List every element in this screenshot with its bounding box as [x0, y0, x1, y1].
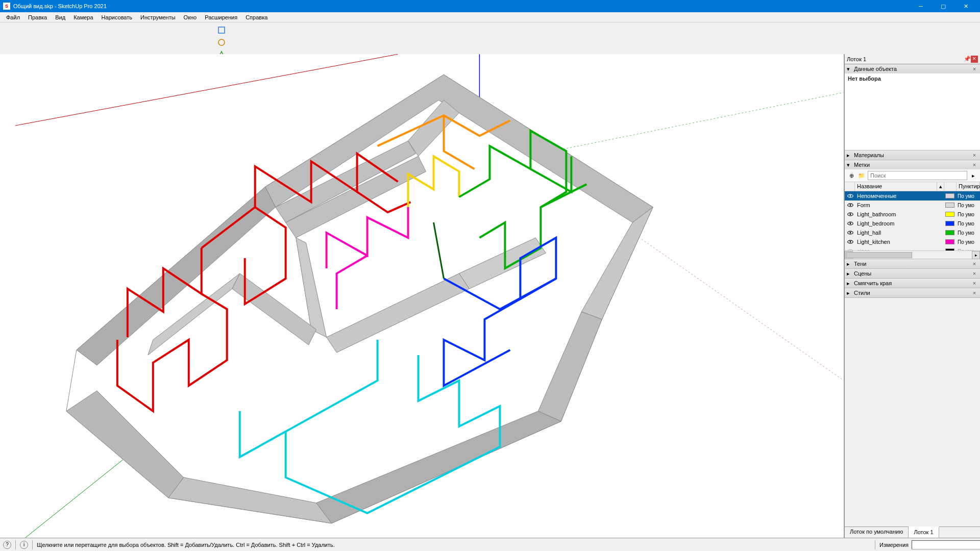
- tag-row[interactable]: Light_hall По умо: [845, 228, 980, 237]
- panel-materials[interactable]: ▸Материалы×: [845, 151, 980, 160]
- app-icon: S: [3, 3, 10, 10]
- menu-камера[interactable]: Камера: [69, 13, 97, 21]
- visibility-icon[interactable]: [847, 238, 854, 245]
- scroll-right-icon[interactable]: ▸: [972, 251, 980, 259]
- col-name[interactable]: Название: [855, 182, 937, 191]
- panel-close-icon[interactable]: ×: [971, 162, 978, 168]
- maximize-button[interactable]: ▢: [932, 0, 954, 12]
- tag-name: Light_bedroom: [857, 220, 942, 227]
- tag-color-swatch[interactable]: [945, 193, 954, 198]
- visibility-icon[interactable]: [847, 211, 854, 218]
- panel-title: Сцены: [854, 270, 969, 277]
- visibility-icon[interactable]: [847, 192, 854, 199]
- tag-menu-icon[interactable]: ▸: [969, 172, 977, 179]
- tag-pattern[interactable]: По умо: [958, 203, 978, 208]
- tag-tools: ⊕ 📁 ▸: [845, 169, 980, 182]
- menu-файл[interactable]: Файл: [2, 13, 24, 21]
- panel-close-icon[interactable]: ×: [971, 261, 978, 267]
- expand-icon: ▸: [847, 152, 852, 159]
- model-canvas[interactable]: [0, 54, 844, 538]
- panel-shadows[interactable]: ▸Тени×: [845, 259, 980, 269]
- svg-rect-0: [218, 27, 225, 33]
- tag-color-swatch[interactable]: [945, 230, 954, 235]
- tray-tab[interactable]: Лоток 1: [909, 527, 939, 538]
- menu-инструменты[interactable]: Инструменты: [136, 13, 180, 21]
- svg-point-1: [218, 39, 225, 45]
- tray-tab[interactable]: Лоток по умолчанию: [845, 527, 909, 538]
- tag-name: Light_bathroom: [857, 211, 942, 217]
- visibility-icon[interactable]: [847, 220, 854, 227]
- info-icon[interactable]: i: [20, 541, 28, 549]
- measurements-input[interactable]: [912, 540, 980, 549]
- panel-scenes[interactable]: ▸Сцены×: [845, 269, 980, 279]
- panel-title: Тени: [854, 261, 969, 267]
- panel-title: Данные объекта: [854, 66, 969, 72]
- svg-line-58: [15, 54, 398, 126]
- tag-pattern[interactable]: По умо: [958, 239, 978, 245]
- help-icon[interactable]: ?: [3, 541, 11, 549]
- sort-icon[interactable]: ▴: [937, 182, 944, 191]
- visibility-icon[interactable]: [847, 202, 854, 209]
- panel-styles[interactable]: ▸Стили×: [845, 288, 980, 298]
- col-pattern[interactable]: Пунктир: [957, 182, 980, 191]
- view-style-button-1[interactable]: [215, 36, 228, 48]
- scroll-thumb[interactable]: [846, 252, 912, 258]
- tag-row[interactable]: Form По умо: [845, 201, 980, 210]
- menu-нарисовать[interactable]: Нарисовать: [97, 13, 136, 21]
- entity-body: Нет выбора: [845, 73, 980, 150]
- menu-окно[interactable]: Окно: [180, 13, 201, 21]
- close-button[interactable]: ✕: [954, 0, 977, 12]
- tag-pattern[interactable]: По умо: [958, 221, 978, 227]
- menu-расширения[interactable]: Расширения: [201, 13, 241, 21]
- tag-search-input[interactable]: [868, 171, 967, 180]
- svg-point-87: [850, 223, 851, 224]
- add-folder-icon[interactable]: 📁: [857, 172, 866, 179]
- menu-справка[interactable]: Справка: [241, 13, 272, 21]
- tag-pattern[interactable]: По умо: [958, 193, 978, 199]
- panel-close-icon[interactable]: ×: [971, 290, 978, 296]
- menu-вид[interactable]: Вид: [51, 13, 69, 21]
- panel-close-icon[interactable]: ×: [971, 280, 978, 286]
- panel-header[interactable]: ▾ Данные объекта ×: [845, 64, 980, 73]
- tag-color-swatch[interactable]: [945, 239, 954, 244]
- tag-pattern[interactable]: По умо: [958, 212, 978, 217]
- tag-row[interactable]: Light_kitchen По умо: [845, 237, 980, 246]
- window-title: Общий вид.skp - SketchUp Pro 2021: [13, 3, 910, 9]
- panel-title: Стили: [854, 290, 969, 296]
- tag-color-swatch[interactable]: [945, 212, 954, 217]
- window-buttons: ─ ▢ ✕: [910, 0, 977, 12]
- svg-point-83: [850, 205, 851, 206]
- tag-row[interactable]: Light_bathroom По умо: [845, 210, 980, 219]
- tag-color-swatch[interactable]: [945, 203, 954, 208]
- menu-правка[interactable]: Правка: [24, 13, 51, 21]
- panel-tags: ▾Метки× ⊕ 📁 ▸ Название ▴ Пунктир Непомеч…: [845, 160, 980, 259]
- statusbar: ? i Щелкните или перетащите для выбора о…: [0, 538, 980, 551]
- tag-list: Непомеченные По умо Form По умо Light_ba…: [845, 191, 980, 251]
- visibility-icon[interactable]: [847, 229, 854, 236]
- tray-close-icon[interactable]: ✕: [971, 56, 978, 63]
- add-tag-icon[interactable]: ⊕: [847, 172, 855, 179]
- separator: [32, 540, 33, 549]
- measurements-label: Измерения: [879, 542, 909, 548]
- panel-close-icon[interactable]: ×: [971, 152, 978, 158]
- tray-title: Лоток 1: [847, 56, 964, 62]
- pin-icon[interactable]: 📌: [964, 56, 971, 62]
- svg-point-89: [850, 232, 851, 234]
- status-hint: Щелкните или перетащите для выбора объек…: [37, 542, 871, 548]
- panel-close-icon[interactable]: ×: [971, 66, 978, 72]
- tag-hscroll[interactable]: ◂ ▸: [845, 251, 980, 259]
- panel-soften[interactable]: ▸Смягчить края×: [845, 279, 980, 288]
- tag-name: Light_kitchen: [857, 239, 942, 245]
- view-style-button-0[interactable]: [215, 24, 228, 36]
- tag-color-swatch[interactable]: [945, 221, 954, 226]
- tray-panel: Лоток 1 📌 ✕ ▾ Данные объекта × Нет выбор…: [844, 54, 980, 538]
- tag-header-row: Название ▴ Пунктир: [845, 182, 980, 191]
- minimize-button[interactable]: ─: [910, 0, 932, 12]
- tag-pattern[interactable]: По умо: [958, 230, 978, 236]
- viewport-3d[interactable]: [0, 54, 844, 538]
- panel-header[interactable]: ▾Метки×: [845, 160, 980, 169]
- tag-row[interactable]: sizes По умо: [845, 246, 980, 251]
- tag-row[interactable]: Light_bedroom По умо: [845, 219, 980, 228]
- panel-close-icon[interactable]: ×: [971, 270, 978, 277]
- tag-row[interactable]: Непомеченные По умо: [845, 191, 980, 201]
